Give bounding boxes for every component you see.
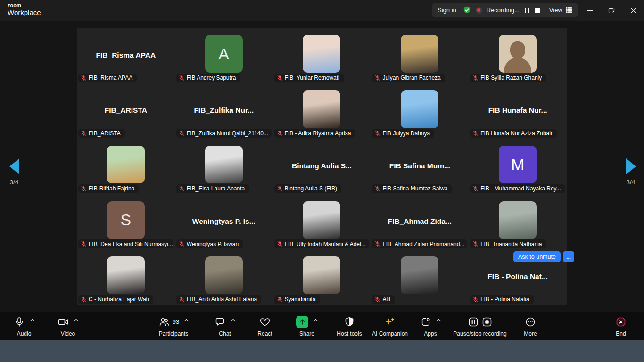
participant-label: FIB_Elsa Laura Ananta xyxy=(176,184,249,193)
participant-name: FIB_Dea Eka and Siti Nurmasyi... xyxy=(89,241,173,247)
participant-label: FIB - Adira Riyatma Aprisa xyxy=(274,129,355,138)
stop-recording-icon[interactable] xyxy=(535,8,540,13)
participant-tile[interactable]: FIB Julyya Dahnya xyxy=(371,84,469,140)
mic-muted-icon xyxy=(179,186,185,192)
participant-tile[interactable]: Weningtyas P. Is...Weningtyas P. Iswari xyxy=(175,195,273,250)
mic-muted-icon xyxy=(179,241,185,247)
participant-label: FIB Safina Mumtaz Salwa xyxy=(372,184,452,193)
participant-avatar xyxy=(303,256,340,294)
participant-label: Weningtyas P. Iswari xyxy=(176,239,243,248)
participant-tile[interactable]: Syamdianita xyxy=(273,250,371,305)
participant-tile[interactable]: FIB_Triananda Nathania xyxy=(469,195,567,250)
participant-avatar xyxy=(107,256,145,294)
participant-label: FIB_Ully Indah Maulani & Adel... xyxy=(274,239,370,248)
participant-name-display: FIB Hunafa Nur... xyxy=(469,106,567,115)
view-button[interactable]: View xyxy=(549,7,572,14)
share-screen-icon xyxy=(296,316,308,328)
toolbar-more-button[interactable]: More xyxy=(495,315,566,337)
apps-icon xyxy=(420,316,431,328)
restore-button[interactable] xyxy=(601,0,622,21)
participant-tile[interactable]: FIB_Andi Arlita Ashif Fatana xyxy=(175,250,273,305)
participant-tile[interactable]: Alif xyxy=(371,250,469,305)
participant-avatar xyxy=(401,90,438,128)
participant-name: C - Nurhaliza Fajar Wati xyxy=(89,296,149,303)
participant-tile[interactable]: SFIB_Dea Eka and Siti Nurmasyi... xyxy=(77,195,175,250)
participant-avatar: A xyxy=(205,35,243,73)
next-page-arrow-icon[interactable] xyxy=(626,158,636,174)
participant-label: FIB Syilla Razan Ghaniy xyxy=(470,74,546,82)
ask-to-unmute-popup: Ask to unmute ... xyxy=(513,251,574,262)
participant-more-options-button[interactable]: ... xyxy=(563,251,574,262)
mic-muted-icon xyxy=(81,75,87,81)
participant-tile[interactable]: FIB_Zulfika Nur...FIB_Zulfika Nurul Qalb… xyxy=(175,84,273,140)
participant-tile[interactable]: FIB_Ahmad Zida...FIB_Ahmad Zidan Prisman… xyxy=(371,195,469,250)
participant-tile[interactable]: AFIB Andrey Saputra xyxy=(175,28,273,84)
participant-tile[interactable]: FIB - Adira Riyatma Aprisa xyxy=(273,84,371,140)
encryption-shield-icon[interactable] xyxy=(462,6,471,15)
mic-muted-icon xyxy=(472,186,479,192)
mic-muted-icon xyxy=(81,186,87,192)
participant-name: Bintang Aulia S (FIB) xyxy=(285,185,337,192)
participant-name-display: FIB_Zulfika Nur... xyxy=(175,106,273,115)
toolbar-item-label: Chat xyxy=(219,330,231,337)
participant-tile[interactable]: FIB Syilla Razan Ghaniy xyxy=(469,28,567,84)
participant-label: FIB_Yuniar Retnowati xyxy=(274,74,344,82)
chevron-up-icon xyxy=(184,319,189,321)
mic-muted-icon xyxy=(179,130,185,136)
avatar-letter: A xyxy=(218,45,229,63)
toolbar-item-label: More xyxy=(524,330,537,337)
mic-muted-icon xyxy=(472,241,479,247)
page-indicator: 3/4 xyxy=(620,179,641,186)
participant-avatar xyxy=(401,35,438,73)
participant-name: FIB_ARISTA xyxy=(89,130,121,137)
mic-muted-icon xyxy=(81,130,87,136)
zoom-workplace-logo: zoom Workplace xyxy=(8,2,41,16)
window-controls xyxy=(579,0,644,21)
toolbar-item-label: Participants xyxy=(159,330,189,337)
mic-muted-icon xyxy=(277,241,283,247)
close-button[interactable] xyxy=(622,0,644,21)
participant-name-display: FIB_ARISTA xyxy=(77,106,175,115)
participant-tile[interactable]: MFIB - Muhammad Nayaka Rey... xyxy=(469,139,567,195)
participant-tile[interactable]: Julyan Gibran Facheza xyxy=(371,28,469,84)
previous-page-nav: 3/4 xyxy=(4,158,25,186)
participant-name: FIB-Rifdah Fajrina xyxy=(89,185,134,192)
participant-label: FIB_Zulfika Nurul Qalbi_21140... xyxy=(176,129,272,138)
participant-tile[interactable]: FIB Safina Mum...FIB Safina Mumtaz Salwa xyxy=(371,139,469,195)
participant-name: FIB_Risma APAA xyxy=(89,74,132,81)
participant-avatar xyxy=(499,35,537,73)
toolbar-video-button[interactable]: Video xyxy=(33,315,103,337)
participant-avatar: M xyxy=(499,146,537,183)
toolbar-item-label: Share xyxy=(299,330,314,337)
participant-tile[interactable]: FIB_Yuniar Retnowati xyxy=(273,28,371,84)
participant-name: Julyan Gibran Facheza xyxy=(382,74,440,81)
participant-label: Bintang Aulia S (FIB) xyxy=(274,184,341,193)
participant-label: C - Nurhaliza Fajar Wati xyxy=(78,295,153,304)
mic-muted-icon xyxy=(374,75,380,81)
mic-muted-icon xyxy=(374,130,380,136)
mic-muted-icon xyxy=(277,75,283,81)
toolbar-end-button[interactable]: End xyxy=(586,315,644,337)
participant-label: FIB - Muhammad Nayaka Rey... xyxy=(470,184,565,193)
participant-tile[interactable]: FIB_ARISTAFIB_ARISTA xyxy=(77,84,175,140)
pause-recording-icon[interactable] xyxy=(525,7,529,14)
toolbar-item-label: Audio xyxy=(17,330,32,337)
ask-to-unmute-button[interactable]: Ask to unmute xyxy=(513,251,561,262)
sign-in-button[interactable]: Sign in xyxy=(438,7,458,14)
more-icon xyxy=(525,316,536,328)
participants-icon xyxy=(158,316,170,328)
participant-tile[interactable]: Bintang Aulia S...Bintang Aulia S (FIB) xyxy=(273,139,371,195)
participant-label: FIB_ARISTA xyxy=(78,129,125,138)
previous-page-arrow-icon[interactable] xyxy=(9,158,19,174)
participant-gallery: FIB_Risma APAAFIB_Risma APAAAFIB Andrey … xyxy=(77,28,567,305)
participant-tile[interactable]: FIB_Risma APAAFIB_Risma APAA xyxy=(77,28,175,84)
participant-tile[interactable]: FIB-Rifdah Fajrina xyxy=(77,139,175,195)
participant-name-display: FIB_Ahmad Zida... xyxy=(371,217,469,225)
participant-tile[interactable]: FIB_Elsa Laura Ananta xyxy=(175,139,273,195)
participant-tile[interactable]: C - Nurhaliza Fajar Wati xyxy=(77,250,175,305)
minimize-button[interactable] xyxy=(579,0,601,21)
participant-name: FIB Syilla Razan Ghaniy xyxy=(480,74,542,81)
participant-tile[interactable]: FIB_Ully Indah Maulani & Adel... xyxy=(273,195,371,250)
mic-muted-icon xyxy=(472,130,479,136)
participant-tile[interactable]: FIB Hunafa Nur...FIB Hunafa Nur Aziza Zu… xyxy=(469,84,567,140)
